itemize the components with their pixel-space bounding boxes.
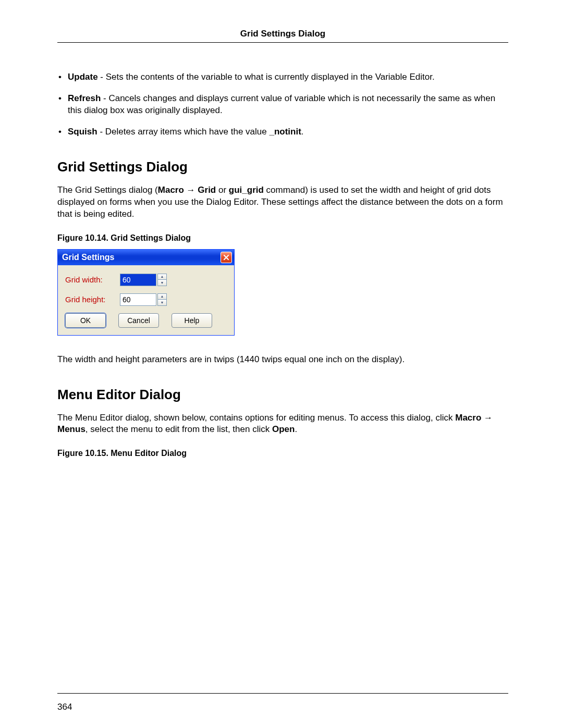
bullet-term: Squish xyxy=(68,127,97,137)
section1-after-fig: The width and height parameters are in t… xyxy=(57,354,508,366)
close-button[interactable] xyxy=(221,252,232,263)
bullet-text: . xyxy=(301,127,304,137)
text-bold: Grid xyxy=(198,185,216,195)
grid-width-row: Grid width: ▲ ▼ xyxy=(65,274,227,286)
figure-caption-10-15: Figure 10.15. Menu Editor Dialog xyxy=(57,449,508,458)
cancel-button[interactable]: Cancel xyxy=(118,313,159,328)
text-bold: Macro xyxy=(158,185,184,195)
bullet-term: Update xyxy=(68,72,98,82)
spin-up-button[interactable]: ▲ xyxy=(157,274,167,280)
dialog-button-row: OK Cancel Help xyxy=(65,313,227,328)
spin-down-button[interactable]: ▼ xyxy=(157,279,167,286)
help-button[interactable]: Help xyxy=(172,313,212,328)
page: Grid Settings Dialog Update - Sets the c… xyxy=(0,0,563,728)
dialog-title: Grid Settings xyxy=(62,253,114,262)
text: . xyxy=(295,424,297,434)
close-icon xyxy=(223,254,229,261)
grid-width-spinbox: ▲ ▼ xyxy=(120,274,167,286)
arrow-text: → xyxy=(184,185,198,195)
bullet-update: Update - Sets the contents of the variab… xyxy=(57,71,508,83)
bullet-text: - Deletes array items which have the val… xyxy=(97,127,270,137)
arrow-text: → xyxy=(481,413,493,423)
dialog-titlebar[interactable]: Grid Settings xyxy=(58,250,234,265)
text: The Grid Settings dialog ( xyxy=(57,185,158,195)
ok-button[interactable]: OK xyxy=(65,313,106,328)
bullet-refresh: Refresh - Cancels changes and displays c… xyxy=(57,93,508,117)
section-heading-menu: Menu Editor Dialog xyxy=(57,387,508,403)
spin-down-button[interactable]: ▼ xyxy=(157,299,167,306)
grid-height-row: Grid height: ▲ ▼ xyxy=(65,293,227,306)
figure-caption-10-14: Figure 10.14. Grid Settings Dialog xyxy=(57,233,508,243)
header-rule xyxy=(57,42,508,43)
grid-height-spinbox: ▲ ▼ xyxy=(120,293,167,306)
grid-height-input[interactable] xyxy=(120,293,156,306)
bullet-text: - Cancels changes and displays current v… xyxy=(68,93,495,115)
dialog-body: Grid width: ▲ ▼ Grid height: ▲ ▼ xyxy=(58,265,234,335)
text-bold: Open xyxy=(272,424,295,434)
grid-width-label: Grid width: xyxy=(65,275,120,284)
text: The Menu Editor dialog, shown below, con… xyxy=(57,413,455,423)
section2-paragraph: The Menu Editor dialog, shown below, con… xyxy=(57,412,508,436)
section-heading-grid: Grid Settings Dialog xyxy=(57,159,508,175)
bullet-list: Update - Sets the contents of the variab… xyxy=(57,71,508,138)
text-bold: Menus xyxy=(57,424,85,434)
bullet-squish: Squish - Deletes array items which have … xyxy=(57,126,508,138)
bullet-code: _notinit xyxy=(269,127,301,137)
bullet-term: Refresh xyxy=(68,93,101,103)
section1-paragraph: The Grid Settings dialog (Macro → Grid o… xyxy=(57,184,508,220)
grid-settings-dialog: Grid Settings Grid width: ▲ ▼ Grid xyxy=(57,249,235,336)
grid-width-input[interactable] xyxy=(120,274,156,286)
bullet-text: - Sets the contents of the variable to w… xyxy=(98,72,435,82)
text: , select the menu to edit from the list,… xyxy=(85,424,272,434)
footer-rule xyxy=(57,693,508,694)
spin-up-button[interactable]: ▲ xyxy=(157,293,167,300)
text: or xyxy=(216,185,229,195)
grid-height-spin-arrows: ▲ ▼ xyxy=(157,293,167,306)
text-bold: gui_grid xyxy=(229,185,264,195)
grid-width-spin-arrows: ▲ ▼ xyxy=(157,274,167,286)
text-bold: Macro xyxy=(455,413,481,423)
page-number: 364 xyxy=(57,702,72,712)
grid-height-label: Grid height: xyxy=(65,295,120,304)
page-header-title: Grid Settings Dialog xyxy=(57,29,508,42)
